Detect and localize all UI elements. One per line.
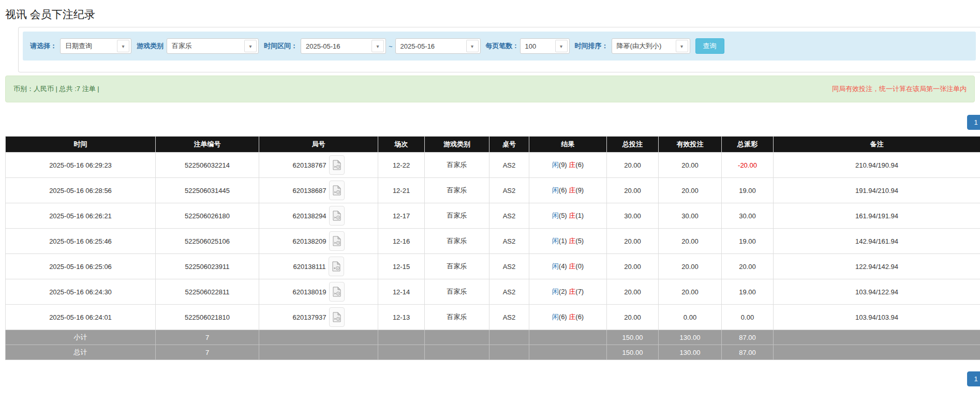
result-player-score: (9)	[559, 161, 567, 169]
cell-game-type: 百家乐	[425, 153, 489, 178]
cell-total-bet[interactable]: 20.00	[607, 229, 659, 254]
cell-time: 2025-05-16 06:26:21	[6, 203, 156, 229]
col-header-valid-bet: 有效投注	[659, 137, 722, 153]
result-player-label: 闲	[552, 262, 559, 270]
video-record-icon[interactable]	[329, 257, 344, 276]
sort-select[interactable]: 降幂(由大到小) ▾	[612, 38, 690, 54]
cell-result: 闲(2) 庄(7)	[529, 279, 607, 305]
cell-result: 闲(4) 庄(0)	[529, 254, 607, 279]
result-banker-label: 庄	[569, 186, 575, 194]
cell-total-bet[interactable]: 20.00	[607, 279, 659, 305]
cell-total-bet[interactable]: 20.00	[607, 178, 659, 203]
time-range-label: 时间区间：	[264, 41, 298, 51]
cell-bet-id: 522506023911	[156, 254, 259, 279]
cell-game-type: 百家乐	[425, 229, 489, 254]
pagination-page-button[interactable]: 1	[967, 371, 980, 386]
chevron-down-icon: ▾	[676, 40, 688, 52]
cell-round-id: 620138111	[259, 254, 378, 279]
cell-valid-bet: 20.00	[659, 254, 722, 279]
cell-round-id: 620138019	[259, 279, 378, 305]
col-header-table-no: 桌号	[489, 137, 529, 153]
result-banker-score: (7)	[575, 288, 584, 295]
result-player-score: (6)	[559, 313, 567, 321]
cell-valid-bet: 0.00	[659, 305, 722, 330]
pagination-page-button[interactable]: 1	[967, 115, 980, 130]
table-row: 2025-05-16 06:29:23522506032214620138767…	[6, 153, 980, 178]
result-banker-score: (1)	[575, 212, 584, 219]
cell-result: 闲(5) 庄(1)	[529, 203, 607, 229]
cell-session: 12-14	[378, 279, 425, 305]
round-id-value: 620138209	[292, 237, 326, 245]
result-player-label: 闲	[552, 237, 559, 245]
cell-table-no: AS2	[489, 203, 529, 229]
cell-round-id: 620138687	[259, 178, 378, 203]
round-id-value: 620138294	[292, 212, 326, 220]
table-row: 2025-05-16 06:28:56522506031445620138687…	[6, 178, 980, 203]
cell-bet-id: 522506022811	[156, 279, 259, 305]
cell-round-id: 620138209	[259, 229, 378, 254]
per-page-value: 100	[521, 42, 541, 50]
cell-bet-id: 522506025106	[156, 229, 259, 254]
total-total-bet: 150.00	[607, 345, 659, 360]
result-banker-label: 庄	[569, 288, 575, 295]
result-player-label: 闲	[552, 161, 559, 169]
subtotal-label: 小计	[6, 330, 156, 345]
video-record-icon[interactable]	[329, 282, 345, 302]
cell-total-bet[interactable]: 20.00	[607, 153, 659, 178]
filter-panel: 请选择： 日期查询 ▾ 游戏类别 百家乐 ▾ 时间区间： 2025-05-16 …	[18, 27, 980, 72]
result-banker-label: 庄	[569, 262, 575, 270]
sort-value: 降幂(由大到小)	[612, 41, 666, 51]
total-row: 总计 7 150.00 130.00 87.00	[6, 345, 980, 360]
game-type-select[interactable]: 百家乐 ▾	[167, 38, 259, 54]
cell-result: 闲(9) 庄(6)	[529, 153, 607, 178]
cell-total-bet[interactable]: 30.00	[607, 203, 659, 229]
cell-game-type: 百家乐	[425, 178, 489, 203]
col-header-game-type: 游戏类别	[425, 137, 489, 153]
result-banker-label: 庄	[569, 161, 575, 169]
per-page-select[interactable]: 100 ▾	[520, 38, 570, 54]
cell-round-id: 620138767	[259, 153, 378, 178]
page-title: 视讯 会员下注纪录	[5, 7, 980, 22]
query-type-select[interactable]: 日期查询 ▾	[60, 38, 131, 54]
cell-time: 2025-05-16 06:24:01	[6, 305, 156, 330]
cell-game-type: 百家乐	[425, 305, 489, 330]
betting-records-table: 时间 注单编号 局号 场次 游戏类别 桌号 结果 总投注 有效投注 总派彩 备注…	[5, 136, 980, 360]
cell-table-no: AS2	[489, 254, 529, 279]
cell-result: 闲(6) 庄(6)	[529, 305, 607, 330]
date-from-select[interactable]: 2025-05-16 ▾	[301, 38, 386, 54]
pagination-bottom: 1	[0, 371, 980, 385]
cell-time: 2025-05-16 06:25:06	[6, 254, 156, 279]
date-to-select[interactable]: 2025-05-16 ▾	[395, 38, 481, 54]
subtotal-total-bet: 150.00	[607, 330, 659, 345]
video-record-icon[interactable]	[329, 231, 345, 251]
col-header-bet-id: 注单编号	[156, 137, 259, 153]
cell-total-bet[interactable]: 20.00	[607, 305, 659, 330]
round-id-value: 620138019	[292, 288, 326, 296]
cell-remark: 210.94/190.94	[774, 153, 980, 178]
col-header-result: 结果	[529, 137, 607, 153]
search-button[interactable]: 查询	[695, 38, 724, 54]
cell-table-no: AS2	[489, 305, 529, 330]
result-banker-label: 庄	[569, 237, 575, 245]
cell-payout: 30.00	[722, 203, 774, 229]
cell-game-type: 百家乐	[425, 254, 489, 279]
cell-remark: 103.94/122.94	[774, 279, 980, 305]
cell-total-bet[interactable]: 20.00	[607, 254, 659, 279]
result-banker-score: (6)	[575, 161, 584, 169]
cell-remark: 142.94/161.94	[774, 229, 980, 254]
cell-result: 闲(6) 庄(9)	[529, 178, 607, 203]
video-record-icon[interactable]	[329, 181, 345, 200]
video-record-icon[interactable]	[329, 307, 345, 327]
filter-bar: 请选择： 日期查询 ▾ 游戏类别 百家乐 ▾ 时间区间： 2025-05-16 …	[23, 32, 976, 61]
cell-round-id: 620137937	[259, 305, 378, 330]
result-banker-score: (5)	[575, 237, 584, 245]
cell-session: 12-15	[378, 254, 425, 279]
pagination-top: 1	[0, 115, 980, 129]
cell-payout: 19.00	[722, 229, 774, 254]
video-record-icon[interactable]	[329, 155, 345, 175]
chevron-down-icon: ▾	[466, 40, 479, 52]
subtotal-valid-bet: 130.00	[659, 330, 722, 345]
result-player-score: (1)	[559, 237, 567, 245]
cell-bet-id: 522506026180	[156, 203, 259, 229]
video-record-icon[interactable]	[329, 206, 345, 226]
